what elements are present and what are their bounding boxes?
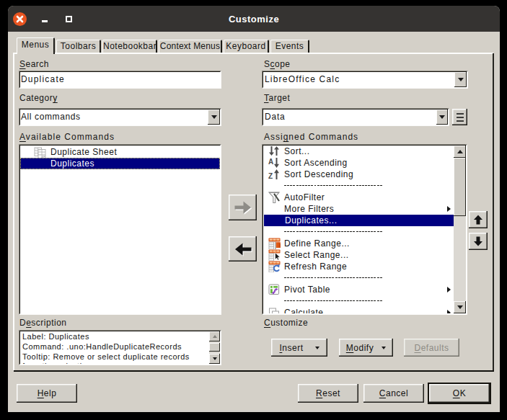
svg-text:A: A [268,158,274,166]
svg-text:Z: Z [268,172,273,180]
